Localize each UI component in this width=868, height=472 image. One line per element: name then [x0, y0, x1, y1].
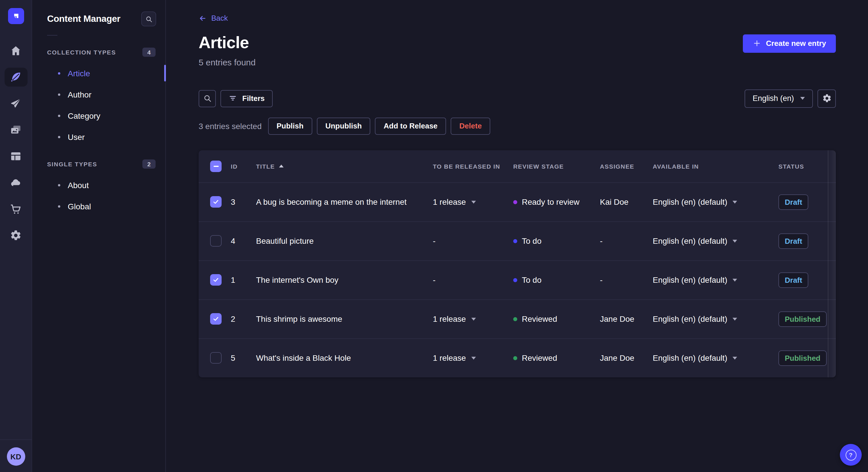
sidebar-item-author[interactable]: Author: [32, 84, 165, 105]
row-to-be-released-in[interactable]: 1 release: [433, 353, 513, 363]
row-checkbox[interactable]: [210, 235, 222, 247]
section-count-badge: 4: [143, 47, 156, 57]
row-assignee: -: [600, 275, 653, 284]
publish-button[interactable]: Publish: [268, 117, 312, 134]
search-icon: [203, 94, 212, 103]
row-checkbox[interactable]: [210, 196, 222, 208]
header-checkbox-cell: [206, 160, 231, 172]
content-type-builder-icon[interactable]: [4, 147, 27, 166]
row-available-in[interactable]: English (en) (default): [653, 275, 778, 284]
row-checkbox[interactable]: [210, 313, 222, 325]
release-value: 1 release: [433, 314, 466, 324]
select-all-checkbox[interactable]: [210, 160, 222, 172]
row-checkbox[interactable]: [210, 352, 222, 364]
strapi-logo: [8, 8, 24, 24]
row-status-cell: Draft: [778, 233, 829, 248]
sidebar-item-label: Category: [68, 111, 100, 120]
row-available-in[interactable]: English (en) (default): [653, 197, 778, 206]
row-available-in[interactable]: English (en) (default): [653, 236, 778, 245]
table-row[interactable]: 3A bug is becoming a meme on the interne…: [198, 182, 836, 221]
rail-nav: [4, 41, 27, 245]
table-row[interactable]: 2This shrimp is awesome1 releaseReviewed…: [198, 299, 836, 338]
locale-value: English (en): [753, 94, 794, 103]
sidebar-item-category[interactable]: Category: [32, 105, 165, 126]
subnav-header: Content Manager: [32, 0, 165, 26]
home-icon[interactable]: [4, 41, 27, 60]
sidebar-item-user[interactable]: User: [32, 126, 165, 147]
sidebar-item-article[interactable]: Article: [32, 63, 165, 84]
marketplace-icon[interactable]: [4, 200, 27, 218]
row-checkbox-cell: [206, 235, 231, 247]
bullet-icon: [58, 136, 60, 138]
row-title: This shrimp is awesome: [256, 300, 433, 338]
locale-value: English (en) (default): [653, 314, 727, 324]
create-new-entry-button[interactable]: Create new entry: [743, 34, 836, 53]
row-available-in[interactable]: English (en) (default): [653, 314, 778, 324]
chevron-down-icon: [733, 239, 737, 242]
bullet-icon: [58, 205, 60, 207]
table-row[interactable]: 4Beautiful picture-To do-English (en) (d…: [198, 221, 836, 260]
content-manager-icon[interactable]: [4, 68, 27, 87]
subnav-search-button[interactable]: [141, 11, 156, 26]
plus-icon: [753, 39, 761, 47]
entries-count: 5 entries found: [198, 57, 256, 67]
locale-value: English (en) (default): [653, 275, 727, 284]
help-button[interactable]: ?: [840, 444, 862, 466]
row-checkbox-cell: [206, 274, 231, 285]
row-status-cell: Draft: [778, 194, 829, 210]
row-to-be-released-in[interactable]: 1 release: [433, 197, 513, 206]
sidebar-item-global[interactable]: Global: [32, 196, 165, 217]
row-checkbox[interactable]: [210, 274, 222, 285]
search-button[interactable]: [198, 90, 216, 107]
chevron-down-icon: [733, 278, 737, 281]
status-badge: Published: [778, 311, 827, 327]
section-items: AboutGlobal: [32, 174, 165, 217]
release-value: 1 release: [433, 353, 466, 363]
user-avatar[interactable]: KD: [7, 447, 25, 466]
check-icon: [212, 315, 219, 322]
filters-label: Filters: [242, 94, 265, 103]
main-nav-rail: KD: [0, 0, 32, 472]
row-to-be-released-in[interactable]: 1 release: [433, 314, 513, 324]
delete-button[interactable]: Delete: [451, 117, 490, 134]
releases-icon[interactable]: [4, 94, 27, 113]
status-badge: Published: [778, 350, 827, 366]
row-review-stage: Reviewed: [513, 314, 600, 324]
table-row[interactable]: 1The internet's Own boy-To do-English (e…: [198, 260, 836, 299]
settings-icon[interactable]: [4, 226, 27, 245]
bullet-icon: [58, 93, 60, 96]
review-stage-dot-icon: [513, 239, 517, 243]
search-icon: [145, 15, 152, 23]
content-manager-subnav: Content Manager COLLECTION TYPES4Article…: [32, 0, 166, 472]
view-settings-button[interactable]: [817, 89, 836, 107]
column-header-to-be-released-in: TO BE RELEASED IN: [433, 163, 513, 169]
row-review-stage: To do: [513, 236, 600, 245]
filters-button[interactable]: Filters: [220, 90, 273, 107]
sidebar-item-label: User: [68, 132, 85, 141]
row-assignee: -: [600, 236, 653, 245]
column-header-title[interactable]: TITLE: [256, 163, 433, 169]
row-checkbox-cell: [206, 313, 231, 325]
row-id: 3: [231, 197, 256, 206]
row-title: What's inside a Black Hole: [256, 339, 433, 377]
media-library-icon[interactable]: [4, 121, 27, 139]
sidebar-item-about[interactable]: About: [32, 174, 165, 196]
unpublish-button[interactable]: Unpublish: [317, 117, 370, 134]
table-row[interactable]: 5What's inside a Black Hole1 releaseRevi…: [198, 338, 836, 377]
section-count-badge: 2: [143, 160, 156, 169]
section-items: ArticleAuthorCategoryUser: [32, 63, 165, 147]
main-content: Back Article 5 entries found Create new …: [166, 0, 868, 472]
back-link[interactable]: Back: [198, 14, 228, 22]
column-header-id[interactable]: ID: [231, 163, 256, 169]
row-id: 4: [231, 236, 256, 245]
subnav-divider: [47, 35, 57, 36]
table-header-row: ID TITLE TO BE RELEASED IN REVIEW STAGE …: [198, 150, 836, 182]
row-available-in[interactable]: English (en) (default): [653, 353, 778, 363]
chevron-down-icon: [471, 317, 476, 320]
chevron-down-icon: [733, 200, 737, 203]
section-label: SINGLE TYPES: [47, 161, 97, 167]
add-to-release-button[interactable]: Add to Release: [375, 117, 446, 134]
row-checkbox-cell: [206, 196, 231, 208]
cloud-icon[interactable]: [4, 173, 27, 192]
locale-select[interactable]: English (en): [745, 89, 813, 107]
